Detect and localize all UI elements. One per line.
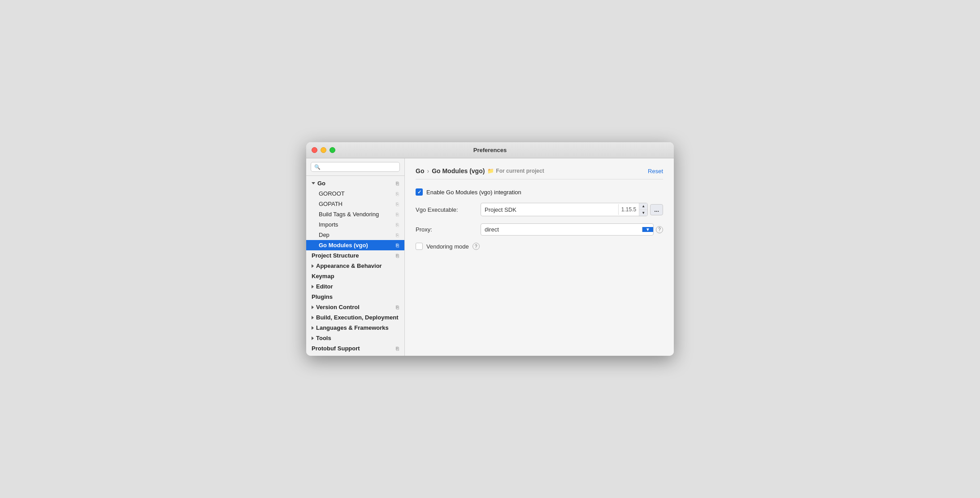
copy-icon: ⎘ — [396, 181, 399, 186]
copy-icon: ⎘ — [396, 243, 399, 248]
sidebar-item-plugins[interactable]: Plugins — [306, 292, 404, 302]
sidebar-item-label: Go — [317, 180, 325, 187]
copy-icon: ⎘ — [396, 212, 399, 217]
search-bar: 🔍 — [306, 158, 404, 176]
copy-icon: ⎘ — [396, 253, 399, 258]
checkmark-icon: ✓ — [417, 190, 421, 195]
folder-icon: 📁 — [487, 168, 494, 174]
vgo-version: 1.15.5 — [618, 204, 639, 215]
proxy-row: Proxy: direct ▼ ? — [416, 223, 663, 236]
sidebar-item-keymap[interactable]: Keymap — [306, 271, 404, 281]
enable-label: Enable Go Modules (vgo) integration — [426, 189, 521, 196]
proxy-value: direct — [481, 224, 642, 235]
minimize-button[interactable] — [321, 147, 326, 153]
breadcrumb-current: Go Modules (vgo) — [432, 167, 485, 175]
sidebar-item-label: Version Control — [316, 304, 360, 310]
search-wrapper[interactable]: 🔍 — [311, 162, 400, 172]
sidebar-item-dep[interactable]: Dep ⎘ — [306, 230, 404, 240]
sidebar-item-project-structure[interactable]: Project Structure ⎘ — [306, 250, 404, 261]
sidebar-item-build-tags[interactable]: Build Tags & Vendoring ⎘ — [306, 209, 404, 219]
expand-icon — [312, 326, 314, 330]
titlebar: Preferences — [306, 142, 674, 158]
settings-section: ✓ Enable Go Modules (vgo) integration Vg… — [416, 188, 663, 250]
close-button[interactable] — [312, 147, 317, 153]
preferences-window: Preferences 🔍 Go ⎘ GOROOT — [306, 142, 674, 356]
sidebar-item-editor[interactable]: Editor — [306, 281, 404, 292]
enable-row: ✓ Enable Go Modules (vgo) integration — [416, 188, 663, 196]
expand-icon — [312, 182, 315, 184]
expand-icon — [312, 264, 314, 268]
vendoring-label: Vendoring mode — [426, 243, 469, 250]
copy-icon: ⎘ — [396, 201, 399, 207]
proxy-dropdown-arrow[interactable]: ▼ — [642, 227, 653, 232]
proxy-help-icon[interactable]: ? — [656, 226, 663, 233]
sidebar-item-label: GOPATH — [319, 201, 343, 207]
expand-icon — [312, 285, 314, 288]
vgo-executable-row: Vgo Executable: 1.15.5 ▲ ▼ ... — [416, 203, 663, 216]
expand-icon — [312, 316, 314, 319]
sidebar-item-label: Appearance & Behavior — [316, 262, 382, 269]
vgo-executable-input-wrapper: 1.15.5 ▲ ▼ — [481, 203, 648, 216]
main-header: Go › Go Modules (vgo) 📁 For current proj… — [416, 167, 663, 179]
sidebar-item-tools[interactable]: Tools — [306, 333, 404, 343]
sidebar-item-imports[interactable]: Imports ⎘ — [306, 219, 404, 230]
vgo-executable-input[interactable] — [481, 204, 618, 215]
vgo-executable-group: 1.15.5 ▲ ▼ ... — [481, 203, 663, 216]
vendoring-checkbox[interactable] — [416, 243, 423, 250]
window-content: 🔍 Go ⎘ GOROOT ⎘ GOPATH — [306, 158, 674, 356]
sidebar: 🔍 Go ⎘ GOROOT ⎘ GOPATH — [306, 158, 405, 356]
window-title: Preferences — [473, 147, 507, 153]
sidebar-item-label: Go Modules (vgo) — [319, 242, 368, 249]
sidebar-item-appearance-behavior[interactable]: Appearance & Behavior — [306, 261, 404, 271]
enable-checkbox[interactable]: ✓ — [416, 188, 423, 196]
sidebar-item-label: Imports — [319, 221, 338, 228]
expand-icon — [312, 336, 314, 340]
search-input[interactable] — [323, 164, 396, 170]
spinner-up[interactable]: ▲ — [639, 203, 647, 210]
sidebar-item-label: Build, Execution, Deployment — [316, 314, 398, 321]
sidebar-item-gopath[interactable]: GOPATH ⎘ — [306, 199, 404, 209]
reset-button[interactable]: Reset — [648, 168, 663, 175]
traffic-lights — [312, 147, 335, 153]
vendoring-help-icon[interactable]: ? — [473, 243, 480, 250]
sidebar-item-protobuf[interactable]: Protobuf Support ⎘ — [306, 343, 404, 354]
copy-icon: ⎘ — [396, 305, 399, 310]
sidebar-item-label: Keymap — [312, 273, 334, 280]
sidebar-item-goroot[interactable]: GOROOT ⎘ — [306, 188, 404, 199]
vgo-executable-label: Vgo Executable: — [416, 206, 481, 213]
proxy-dropdown[interactable]: direct ▼ — [481, 223, 654, 236]
sidebar-item-label: Editor — [316, 283, 333, 290]
sidebar-item-label: Project Structure — [312, 252, 359, 259]
copy-icon: ⎘ — [396, 346, 399, 351]
sidebar-item-label: Languages & Frameworks — [316, 324, 389, 331]
search-icon: 🔍 — [314, 164, 321, 170]
copy-icon: ⎘ — [396, 232, 399, 238]
sidebar-item-label: Dep — [319, 232, 330, 238]
sidebar-item-label: GOROOT — [319, 190, 345, 197]
proxy-label: Proxy: — [416, 226, 481, 233]
sidebar-item-label: Plugins — [312, 293, 333, 300]
breadcrumb: Go › Go Modules (vgo) 📁 For current proj… — [416, 167, 544, 175]
vendoring-row: Vendoring mode ? — [416, 243, 663, 250]
copy-icon: ⎘ — [396, 191, 399, 197]
for-project-label: 📁 For current project — [487, 168, 544, 174]
expand-icon — [312, 306, 314, 309]
breadcrumb-parent: Go — [416, 167, 424, 175]
spinner-down[interactable]: ▼ — [639, 210, 647, 216]
proxy-group: direct ▼ ? — [481, 223, 663, 236]
ellipsis-button[interactable]: ... — [650, 204, 663, 215]
sidebar-item-go[interactable]: Go ⎘ — [306, 178, 404, 188]
main-content: Go › Go Modules (vgo) 📁 For current proj… — [405, 158, 674, 356]
sidebar-item-languages[interactable]: Languages & Frameworks — [306, 323, 404, 333]
maximize-button[interactable] — [330, 147, 335, 153]
sidebar-item-label: Build Tags & Vendoring — [319, 211, 379, 218]
copy-icon: ⎘ — [396, 222, 399, 227]
breadcrumb-separator: › — [427, 167, 429, 175]
spinner-buttons: ▲ ▼ — [639, 203, 647, 216]
sidebar-item-go-modules[interactable]: Go Modules (vgo) ⎘ — [306, 240, 404, 250]
nav-list: Go ⎘ GOROOT ⎘ GOPATH ⎘ Build Tags & Vend… — [306, 176, 404, 356]
sidebar-item-build-execution[interactable]: Build, Execution, Deployment — [306, 312, 404, 323]
sidebar-item-label: Tools — [316, 335, 331, 341]
sidebar-item-version-control[interactable]: Version Control ⎘ — [306, 302, 404, 312]
sidebar-item-label: Protobuf Support — [312, 345, 360, 352]
